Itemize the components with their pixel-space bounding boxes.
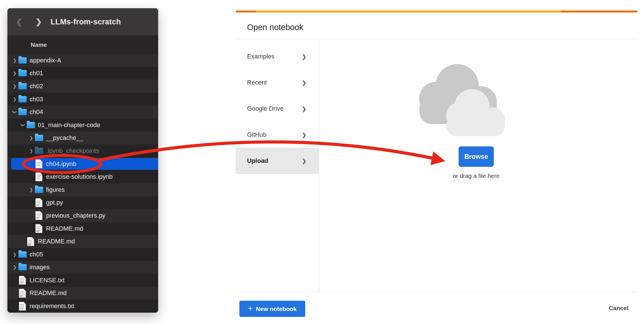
tree-row-license-txt[interactable]: ❯ LICENSE.txt bbox=[7, 274, 158, 287]
tree-row--ipynb-checkpoints[interactable]: ❯ .ipynb_checkpoints bbox=[7, 144, 158, 157]
folder-icon bbox=[18, 251, 27, 258]
menu-item-google-drive[interactable]: Google Drive ❯ bbox=[236, 96, 319, 122]
chevron-right-icon: ❯ bbox=[302, 106, 306, 112]
tree-row-gpt-py[interactable]: ❯ gpt.py bbox=[7, 196, 158, 209]
document-icon bbox=[35, 172, 42, 181]
folder-icon bbox=[18, 57, 27, 64]
chevron-right-icon: ❯ bbox=[302, 79, 306, 86]
drag-file-hint: or drag a file here bbox=[436, 172, 516, 179]
new-notebook-label: New notebook bbox=[256, 306, 297, 312]
tree-row-ch04-ipynb[interactable]: ❯ ch04.ipynb bbox=[7, 157, 158, 171]
footer-divider bbox=[236, 292, 637, 292]
header-divider bbox=[236, 39, 637, 39]
tree-row-readme-md[interactable]: ❯ README.md bbox=[7, 222, 158, 235]
file-tree: ❯ appendix-A ❯ ch01 ❯ ch02 ❯ ch03 ❯ ch04… bbox=[7, 54, 158, 313]
folder-icon bbox=[35, 187, 43, 193]
dialog-source-menu: Examples ❯ Recent ❯ Google Drive ❯ GitHu… bbox=[236, 43, 319, 174]
file-name-label: ch03 bbox=[30, 96, 43, 103]
upload-clouds-icon bbox=[415, 60, 508, 139]
finder-titlebar: ❮ ❯ LLMs-from-scratch bbox=[7, 8, 158, 36]
disclosure-chevron-icon[interactable]: ❯ bbox=[11, 58, 18, 63]
menu-item-recent[interactable]: Recent ❯ bbox=[236, 70, 319, 96]
document-icon bbox=[35, 224, 42, 233]
file-name-label: images bbox=[30, 264, 50, 271]
document-icon bbox=[35, 211, 42, 220]
plus-icon: + bbox=[248, 305, 252, 312]
browse-button-label: Browse bbox=[464, 153, 488, 161]
loading-progress-bar bbox=[236, 10, 637, 12]
annotation-arrow-head bbox=[430, 152, 445, 165]
dialog-title: Open notebook bbox=[247, 23, 303, 32]
menu-item-upload[interactable]: Upload ❯ bbox=[236, 148, 319, 174]
loader-segment bbox=[236, 10, 256, 12]
folder-icon bbox=[35, 135, 43, 141]
document-icon bbox=[19, 289, 26, 298]
document-icon bbox=[27, 237, 34, 246]
tree-row-ch03[interactable]: ❯ ch03 bbox=[7, 93, 158, 106]
name-column-header[interactable]: Name bbox=[7, 36, 158, 54]
chevron-right-icon: ❯ bbox=[302, 158, 306, 164]
disclosure-chevron-icon[interactable]: ❯ bbox=[11, 265, 18, 270]
folder-icon bbox=[18, 109, 27, 115]
back-chevron-icon[interactable]: ❮ bbox=[16, 8, 22, 35]
tree-row-readme-md[interactable]: ❯ README.md bbox=[7, 235, 158, 248]
file-name-label: README.md bbox=[30, 289, 67, 297]
tree-row-requirements-txt[interactable]: ❯ requirements.txt bbox=[7, 300, 158, 313]
file-name-label: figures bbox=[46, 186, 65, 193]
document-icon bbox=[35, 159, 42, 168]
file-name-label: README.md bbox=[38, 238, 75, 245]
finder-window-title: LLMs-from-scratch bbox=[51, 8, 121, 35]
disclosure-chevron-icon[interactable]: ❯ bbox=[11, 252, 18, 257]
folder-icon bbox=[18, 264, 27, 270]
menu-item-label: Examples bbox=[236, 53, 302, 60]
file-name-label: ch04.ipynb bbox=[46, 160, 76, 168]
menu-item-label: Recent bbox=[236, 79, 302, 86]
file-name-label: ch05 bbox=[30, 251, 43, 258]
tree-row-ch05[interactable]: ❯ ch05 bbox=[7, 248, 158, 261]
folder-icon bbox=[27, 122, 35, 128]
forward-chevron-icon[interactable]: ❯ bbox=[35, 8, 42, 35]
new-notebook-button[interactable]: + New notebook bbox=[239, 301, 305, 317]
disclosure-chevron-icon[interactable]: ❯ bbox=[11, 84, 18, 89]
disclosure-chevron-icon[interactable]: ❯ bbox=[20, 122, 26, 129]
file-name-label: .ipynb_checkpoints bbox=[46, 147, 99, 155]
tree-row-ch01[interactable]: ❯ ch01 bbox=[7, 67, 158, 80]
disclosure-chevron-icon[interactable]: ❯ bbox=[28, 148, 35, 153]
disclosure-chevron-icon[interactable]: ❯ bbox=[12, 109, 17, 115]
disclosure-chevron-icon[interactable]: ❯ bbox=[28, 187, 35, 192]
document-icon bbox=[35, 198, 42, 207]
document-icon bbox=[19, 276, 26, 285]
file-name-label: __pycache__ bbox=[46, 134, 83, 142]
tree-row-figures[interactable]: ❯ figures bbox=[7, 183, 158, 196]
folder-icon bbox=[18, 70, 27, 76]
menu-item-label: Upload bbox=[236, 157, 302, 165]
tree-row-ch04[interactable]: ❯ ch04 bbox=[7, 106, 158, 119]
tree-row-previous-chapters-py[interactable]: ❯ previous_chapters.py bbox=[7, 209, 158, 222]
menu-item-examples[interactable]: Examples ❯ bbox=[236, 43, 319, 70]
folder-icon bbox=[35, 148, 43, 154]
disclosure-chevron-icon[interactable]: ❯ bbox=[28, 135, 35, 140]
browse-button[interactable]: Browse bbox=[459, 146, 494, 167]
file-name-label: requirements.txt bbox=[30, 302, 74, 310]
tree-row-readme-md[interactable]: ❯ README.md bbox=[7, 287, 158, 300]
cancel-button[interactable]: Cancel bbox=[609, 305, 628, 312]
tree-row-01-main-chapter-code[interactable]: ❯ 01_main-chapter-code bbox=[7, 119, 158, 132]
file-name-label: ch02 bbox=[30, 83, 43, 90]
menu-item-label: GitHub bbox=[236, 131, 302, 138]
disclosure-chevron-icon[interactable]: ❯ bbox=[11, 71, 18, 76]
tree-row-images[interactable]: ❯ images bbox=[7, 261, 158, 274]
loader-segment bbox=[256, 10, 561, 12]
loader-segment bbox=[561, 10, 637, 12]
tree-row-appendix-a[interactable]: ❯ appendix-A bbox=[7, 54, 158, 67]
menu-item-github[interactable]: GitHub ❯ bbox=[236, 122, 319, 148]
file-name-label: LICENSE.txt bbox=[30, 277, 64, 284]
disclosure-chevron-icon[interactable]: ❯ bbox=[11, 97, 18, 102]
tree-row-exercise-solutions-ipynb[interactable]: ❯ exercise-solutions.ipynb bbox=[7, 170, 158, 183]
tree-row-ch02[interactable]: ❯ ch02 bbox=[7, 80, 158, 93]
file-name-label: 01_main-chapter-code bbox=[38, 121, 100, 129]
file-name-label: appendix-A bbox=[30, 57, 61, 64]
finder-window: ❮ ❯ LLMs-from-scratch Name ❯ appendix-A … bbox=[7, 8, 158, 313]
tree-row--pycache-[interactable]: ❯ __pycache__ bbox=[7, 132, 158, 145]
file-name-label: ch01 bbox=[30, 70, 43, 77]
screen: ❮ ❯ LLMs-from-scratch Name ❯ appendix-A … bbox=[0, 0, 644, 324]
